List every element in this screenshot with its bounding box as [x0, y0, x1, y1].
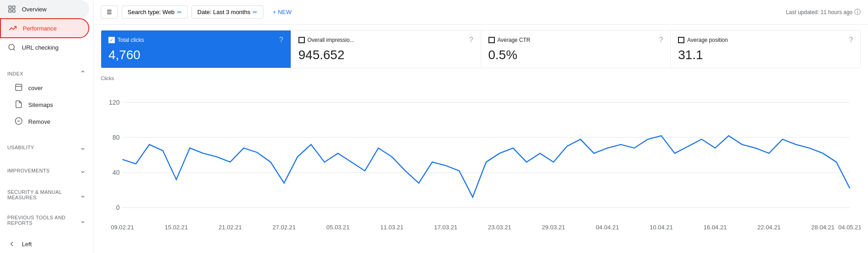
metric-label-ctr: Average CTR	[498, 37, 530, 43]
svg-text:04.05.21: 04.05.21	[838, 224, 861, 231]
metric-card-position[interactable]: Average position ? 31.1	[671, 30, 860, 68]
svg-text:40: 40	[113, 169, 120, 176]
metrics-row: Total clicks ? 4,760 Overall impressio..…	[101, 30, 861, 68]
performance-label: Performance	[23, 25, 56, 32]
new-button[interactable]: + NEW	[267, 6, 297, 18]
improvements-chevron: ⌄	[80, 166, 86, 175]
svg-text:17.03.21: 17.03.21	[434, 224, 457, 231]
overview-icon	[7, 5, 16, 14]
remove-label: Remove	[28, 118, 50, 125]
metric-help-clicks[interactable]: ?	[279, 36, 283, 44]
svg-rect-6	[15, 84, 22, 91]
metric-checkbox-impressions[interactable]	[298, 37, 305, 43]
usability-label: Usability	[7, 145, 34, 150]
sidebar-item-remove[interactable]: Remove	[0, 113, 89, 130]
search-type-edit-icon: ✏	[177, 9, 182, 15]
date-label: Date: Last 3 months	[197, 9, 250, 15]
metric-card-impressions[interactable]: Overall impressio... ? 945.652	[291, 30, 481, 68]
metric-header-clicks: Total clicks ?	[108, 36, 283, 44]
security-label: Security & Manual Measures	[7, 189, 80, 200]
chart-y-label: Clicks	[101, 76, 861, 81]
metric-label-position: Average position	[687, 37, 728, 43]
svg-text:27.02.21: 27.02.21	[272, 224, 296, 231]
metric-checkbox-ctr[interactable]	[488, 37, 495, 43]
filter-icon: ☰	[107, 9, 112, 15]
svg-text:16.04.21: 16.04.21	[704, 224, 727, 231]
svg-rect-2	[9, 10, 11, 12]
topbar: ☰ Search type: Web ✏ Date: Last 3 months…	[93, 0, 868, 25]
url-check-icon	[7, 43, 16, 52]
svg-text:10.04.21: 10.04.21	[650, 224, 673, 231]
date-button[interactable]: Date: Last 3 months ✏	[191, 5, 263, 19]
metric-help-ctr[interactable]: ?	[659, 36, 663, 44]
metric-card-clicks[interactable]: Total clicks ? 4,760	[101, 30, 291, 68]
cover-label: cover	[28, 85, 43, 91]
cover-icon	[15, 83, 23, 93]
metric-header-impressions: Overall impressio... ?	[298, 36, 473, 44]
index-section[interactable]: Index ⌃	[0, 66, 93, 80]
metric-value-position: 31.1	[678, 48, 853, 62]
remove-icon	[15, 117, 23, 126]
performance-icon	[8, 24, 17, 33]
sitemaps-label: Sitemaps	[28, 101, 53, 108]
metric-checkbox-position[interactable]	[678, 37, 684, 43]
usability-chevron: ⌄	[80, 143, 86, 152]
metric-help-position[interactable]: ?	[849, 36, 853, 44]
svg-text:120: 120	[109, 99, 120, 106]
chart-container: 0408012009.02.2115.02.2121.02.2127.02.21…	[101, 83, 861, 235]
sidebar-item-left[interactable]: Left	[0, 235, 89, 253]
svg-text:21.02.21: 21.02.21	[219, 224, 242, 231]
svg-text:0: 0	[116, 204, 120, 211]
overview-label: Overview	[22, 6, 46, 13]
usability-section[interactable]: Usability ⌄	[0, 139, 93, 153]
metric-checkbox-clicks[interactable]	[108, 37, 115, 43]
info-icon: ⓘ	[854, 8, 861, 16]
svg-text:22.04.21: 22.04.21	[757, 224, 781, 231]
search-type-button[interactable]: Search type: Web ✏	[122, 5, 188, 19]
metric-label-clicks: Total clicks	[118, 37, 144, 43]
previous-label: Previous tools and reports	[7, 215, 80, 226]
line-chart: 0408012009.02.2115.02.2121.02.2127.02.21…	[101, 83, 861, 235]
security-chevron: ⌄	[80, 191, 86, 199]
sidebar-item-cover[interactable]: cover	[0, 80, 89, 96]
svg-text:15.02.21: 15.02.21	[164, 224, 188, 231]
left-label: Left	[22, 241, 32, 248]
metric-help-impressions[interactable]: ?	[469, 36, 473, 44]
search-type-label: Search type: Web	[128, 9, 175, 15]
svg-rect-3	[13, 10, 15, 12]
sidebar-item-url-checking[interactable]: URL checking	[0, 38, 89, 56]
svg-text:29.03.21: 29.03.21	[542, 224, 565, 231]
sidebar-item-performance[interactable]: Performance	[0, 18, 89, 38]
metric-value-clicks: 4,760	[108, 48, 283, 62]
previous-chevron: ⌄	[80, 216, 86, 225]
last-updated: Last updated: 11 hours ago ⓘ	[786, 8, 861, 16]
metric-value-ctr: 0.5%	[488, 48, 663, 62]
sitemaps-icon	[15, 100, 23, 110]
svg-text:11.03.21: 11.03.21	[380, 224, 403, 231]
svg-point-4	[9, 44, 14, 50]
chart-area: Clicks 0408012009.02.2115.02.2121.02.212…	[93, 68, 868, 253]
metric-card-ctr[interactable]: Average CTR ? 0.5%	[481, 30, 671, 68]
sidebar-item-overview[interactable]: Overview	[0, 0, 89, 18]
index-label: Index	[7, 71, 23, 76]
left-icon	[7, 239, 16, 248]
svg-text:23.03.21: 23.03.21	[488, 224, 511, 231]
metric-header-ctr: Average CTR ?	[488, 36, 663, 44]
improvements-section[interactable]: Improvements ⌄	[0, 162, 93, 177]
metric-header-position: Average position ?	[678, 36, 853, 44]
url-checking-label: URL checking	[22, 44, 58, 51]
security-section[interactable]: Security & Manual Measures ⌄	[0, 186, 93, 202]
svg-text:28.04.21: 28.04.21	[812, 224, 835, 231]
last-updated-text: Last updated: 11 hours ago	[786, 9, 853, 15]
new-label: + NEW	[272, 9, 292, 15]
svg-rect-0	[9, 6, 11, 8]
improvements-label: Improvements	[7, 168, 50, 173]
sidebar-item-sitemaps[interactable]: Sitemaps	[0, 96, 89, 113]
filter-button[interactable]: ☰	[101, 5, 118, 19]
previous-section[interactable]: Previous tools and reports ⌄	[0, 211, 93, 228]
svg-text:09.02.21: 09.02.21	[111, 224, 134, 231]
main-content: ☰ Search type: Web ✏ Date: Last 3 months…	[93, 0, 868, 253]
svg-rect-1	[13, 6, 15, 8]
svg-text:80: 80	[113, 134, 120, 141]
date-edit-icon: ✏	[253, 9, 257, 15]
